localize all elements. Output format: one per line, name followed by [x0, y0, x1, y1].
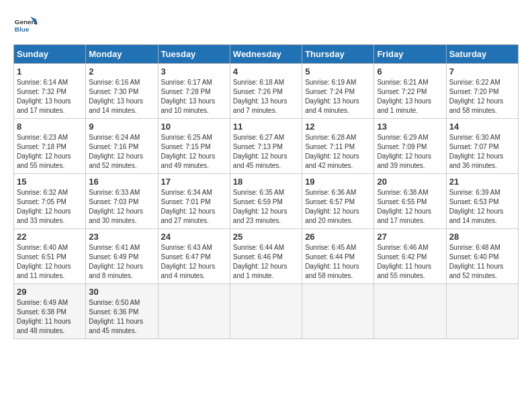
- weekday-header-tuesday: Tuesday: [158, 45, 230, 64]
- calendar-cell: 18Sunrise: 6:35 AMSunset: 6:59 PMDayligh…: [230, 174, 302, 229]
- calendar-cell: 16Sunrise: 6:33 AMSunset: 7:03 PMDayligh…: [86, 174, 158, 229]
- day-number: 23: [89, 232, 154, 242]
- day-number: 15: [17, 177, 83, 187]
- calendar-row: 8Sunrise: 6:23 AMSunset: 7:18 PMDaylight…: [14, 119, 519, 174]
- day-info: Sunrise: 6:21 AMSunset: 7:22 PMDaylight:…: [377, 78, 443, 116]
- day-number: 6: [377, 66, 443, 77]
- day-number: 9: [89, 122, 154, 132]
- day-number: 4: [233, 66, 299, 77]
- calendar-cell: [158, 284, 230, 339]
- day-info: Sunrise: 6:28 AMSunset: 7:11 PMDaylight:…: [305, 133, 371, 171]
- day-number: 12: [305, 122, 371, 132]
- day-number: 19: [305, 177, 371, 187]
- day-info: Sunrise: 6:33 AMSunset: 7:03 PMDaylight:…: [89, 188, 154, 226]
- day-info: Sunrise: 6:44 AMSunset: 6:46 PMDaylight:…: [233, 243, 299, 281]
- day-number: 29: [17, 287, 83, 297]
- calendar-cell: [230, 284, 302, 339]
- calendar-cell: 17Sunrise: 6:34 AMSunset: 7:01 PMDayligh…: [158, 174, 230, 229]
- day-info: Sunrise: 6:40 AMSunset: 6:51 PMDaylight:…: [17, 243, 83, 281]
- day-info: Sunrise: 6:25 AMSunset: 7:15 PMDaylight:…: [161, 133, 227, 171]
- weekday-header-sunday: Sunday: [14, 45, 86, 64]
- calendar-cell: [446, 284, 518, 339]
- day-number: 13: [377, 122, 443, 132]
- day-number: 5: [305, 66, 371, 77]
- calendar-row: 15Sunrise: 6:32 AMSunset: 7:05 PMDayligh…: [14, 174, 519, 229]
- weekday-header-monday: Monday: [86, 45, 158, 64]
- day-number: 14: [449, 122, 515, 132]
- calendar-cell: 24Sunrise: 6:43 AMSunset: 6:47 PMDayligh…: [158, 229, 230, 284]
- calendar-cell: 1Sunrise: 6:14 AMSunset: 7:32 PMDaylight…: [14, 64, 86, 119]
- calendar-cell: 19Sunrise: 6:36 AMSunset: 6:57 PMDayligh…: [302, 174, 374, 229]
- day-number: 24: [161, 232, 227, 242]
- day-number: 1: [17, 66, 83, 77]
- logo-icon: General Blue: [13, 13, 38, 38]
- weekday-header-wednesday: Wednesday: [230, 45, 302, 64]
- day-info: Sunrise: 6:32 AMSunset: 7:05 PMDaylight:…: [17, 188, 83, 226]
- day-info: Sunrise: 6:48 AMSunset: 6:40 PMDaylight:…: [449, 243, 515, 281]
- day-info: Sunrise: 6:24 AMSunset: 7:16 PMDaylight:…: [89, 133, 154, 171]
- calendar-cell: 12Sunrise: 6:28 AMSunset: 7:11 PMDayligh…: [302, 119, 374, 174]
- day-info: Sunrise: 6:34 AMSunset: 7:01 PMDaylight:…: [161, 188, 227, 226]
- day-info: Sunrise: 6:46 AMSunset: 6:42 PMDaylight:…: [377, 243, 443, 281]
- day-info: Sunrise: 6:17 AMSunset: 7:28 PMDaylight:…: [161, 78, 227, 116]
- day-info: Sunrise: 6:38 AMSunset: 6:55 PMDaylight:…: [377, 188, 443, 226]
- day-info: Sunrise: 6:27 AMSunset: 7:13 PMDaylight:…: [233, 133, 299, 171]
- logo: General Blue: [13, 13, 38, 38]
- calendar-cell: 7Sunrise: 6:22 AMSunset: 7:20 PMDaylight…: [446, 64, 518, 119]
- day-number: 10: [161, 122, 227, 132]
- calendar-cell: 9Sunrise: 6:24 AMSunset: 7:16 PMDaylight…: [86, 119, 158, 174]
- weekday-header-saturday: Saturday: [446, 45, 518, 64]
- calendar-cell: 10Sunrise: 6:25 AMSunset: 7:15 PMDayligh…: [158, 119, 230, 174]
- calendar-cell: 25Sunrise: 6:44 AMSunset: 6:46 PMDayligh…: [230, 229, 302, 284]
- day-number: 20: [377, 177, 443, 187]
- calendar-row: 22Sunrise: 6:40 AMSunset: 6:51 PMDayligh…: [14, 229, 519, 284]
- day-info: Sunrise: 6:14 AMSunset: 7:32 PMDaylight:…: [17, 78, 83, 116]
- calendar-cell: 8Sunrise: 6:23 AMSunset: 7:18 PMDaylight…: [14, 119, 86, 174]
- day-number: 11: [233, 122, 299, 132]
- day-info: Sunrise: 6:50 AMSunset: 6:36 PMDaylight:…: [89, 298, 154, 336]
- day-info: Sunrise: 6:36 AMSunset: 6:57 PMDaylight:…: [305, 188, 371, 226]
- calendar-cell: 23Sunrise: 6:41 AMSunset: 6:49 PMDayligh…: [86, 229, 158, 284]
- day-number: 16: [89, 177, 154, 187]
- calendar-cell: 28Sunrise: 6:48 AMSunset: 6:40 PMDayligh…: [446, 229, 518, 284]
- day-number: 8: [17, 122, 83, 132]
- day-info: Sunrise: 6:43 AMSunset: 6:47 PMDaylight:…: [161, 243, 227, 281]
- calendar-cell: 13Sunrise: 6:29 AMSunset: 7:09 PMDayligh…: [374, 119, 446, 174]
- day-number: 21: [449, 177, 515, 187]
- calendar-cell: 11Sunrise: 6:27 AMSunset: 7:13 PMDayligh…: [230, 119, 302, 174]
- day-info: Sunrise: 6:23 AMSunset: 7:18 PMDaylight:…: [17, 133, 83, 171]
- day-number: 7: [449, 66, 515, 77]
- calendar-cell: 2Sunrise: 6:16 AMSunset: 7:30 PMDaylight…: [86, 64, 158, 119]
- day-info: Sunrise: 6:30 AMSunset: 7:07 PMDaylight:…: [449, 133, 515, 171]
- calendar-header-row: SundayMondayTuesdayWednesdayThursdayFrid…: [14, 45, 519, 64]
- weekday-header-thursday: Thursday: [302, 45, 374, 64]
- calendar-cell: [302, 284, 374, 339]
- day-info: Sunrise: 6:49 AMSunset: 6:38 PMDaylight:…: [17, 298, 83, 336]
- calendar-cell: 27Sunrise: 6:46 AMSunset: 6:42 PMDayligh…: [374, 229, 446, 284]
- calendar-cell: 3Sunrise: 6:17 AMSunset: 7:28 PMDaylight…: [158, 64, 230, 119]
- calendar-cell: 30Sunrise: 6:50 AMSunset: 6:36 PMDayligh…: [86, 284, 158, 339]
- day-info: Sunrise: 6:29 AMSunset: 7:09 PMDaylight:…: [377, 133, 443, 171]
- calendar-cell: 14Sunrise: 6:30 AMSunset: 7:07 PMDayligh…: [446, 119, 518, 174]
- calendar-cell: 20Sunrise: 6:38 AMSunset: 6:55 PMDayligh…: [374, 174, 446, 229]
- day-number: 17: [161, 177, 227, 187]
- page-header: General Blue: [13, 13, 519, 38]
- day-info: Sunrise: 6:19 AMSunset: 7:24 PMDaylight:…: [305, 78, 371, 116]
- svg-text:Blue: Blue: [15, 26, 30, 33]
- calendar-table: SundayMondayTuesdayWednesdayThursdayFrid…: [13, 44, 519, 339]
- calendar-cell: 29Sunrise: 6:49 AMSunset: 6:38 PMDayligh…: [14, 284, 86, 339]
- calendar-cell: [374, 284, 446, 339]
- day-number: 3: [161, 66, 227, 77]
- day-number: 2: [89, 66, 154, 77]
- calendar-cell: 21Sunrise: 6:39 AMSunset: 6:53 PMDayligh…: [446, 174, 518, 229]
- day-number: 18: [233, 177, 299, 187]
- day-number: 26: [305, 232, 371, 242]
- day-info: Sunrise: 6:16 AMSunset: 7:30 PMDaylight:…: [89, 78, 154, 116]
- calendar-row: 29Sunrise: 6:49 AMSunset: 6:38 PMDayligh…: [14, 284, 519, 339]
- day-info: Sunrise: 6:18 AMSunset: 7:26 PMDaylight:…: [233, 78, 299, 116]
- day-number: 27: [377, 232, 443, 242]
- day-number: 28: [449, 232, 515, 242]
- weekday-header-friday: Friday: [374, 45, 446, 64]
- calendar-cell: 5Sunrise: 6:19 AMSunset: 7:24 PMDaylight…: [302, 64, 374, 119]
- day-number: 25: [233, 232, 299, 242]
